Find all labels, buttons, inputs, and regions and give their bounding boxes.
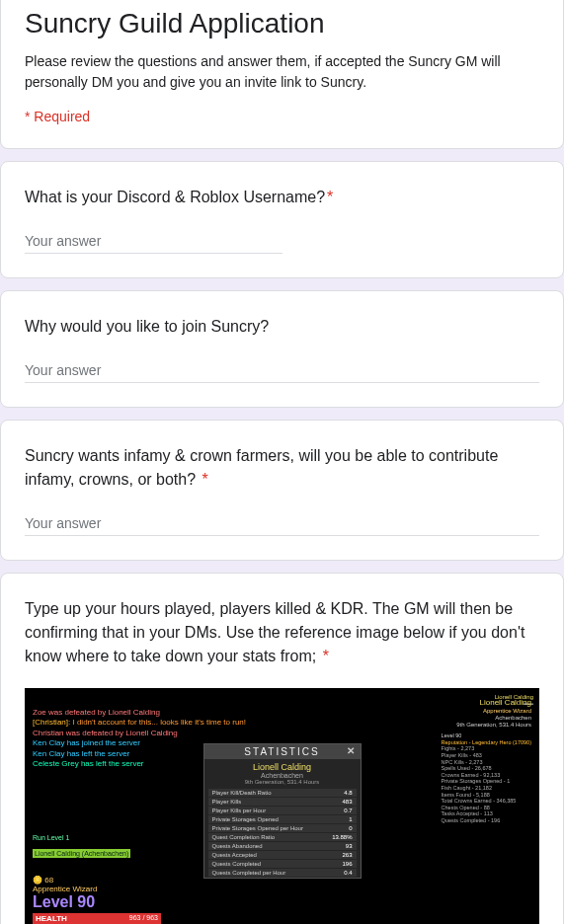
stat-row: Player Kill/Death Ratio4.8: [208, 789, 357, 797]
why-join-input[interactable]: [25, 358, 539, 383]
question-label: Type up your hours played, players kille…: [25, 600, 524, 664]
game-hud: Run Level 1 Lionell Calding (Achenbachen…: [33, 834, 161, 924]
discord-roblox-input[interactable]: [25, 229, 282, 254]
stat-row: Quests Accepted263: [208, 851, 357, 859]
statistics-panel: STATISTICS ✕ Lionell Calding Achenbachen…: [203, 743, 362, 879]
right-info-panel: Lionell Calding Apprentice Wizard Achenb…: [442, 698, 531, 823]
stats-header: STATISTICS ✕: [204, 744, 361, 759]
stat-row: Player Kills per Hour0.7: [208, 807, 357, 814]
question-text-3: Suncry wants infamy & crown farmers, wil…: [25, 444, 539, 492]
crowns-count: 🪙 68: [33, 876, 161, 885]
stat-row: Quests Completed per Hour0.4: [208, 869, 357, 877]
reference-image: Lionell Calding ▬▬ Zoe was defeated by L…: [25, 688, 539, 924]
stat-row: Quest Completion Ratio13.88%: [208, 833, 357, 841]
form-description: Please review the questions and answer t…: [25, 51, 539, 93]
close-icon: ✕: [347, 745, 357, 756]
question-text-1: What is your Discord & Roblox Username?*: [25, 186, 539, 209]
question-label: Why would you like to join Suncry?: [25, 318, 269, 335]
question-text-2: Why would you like to join Suncry?: [25, 315, 539, 339]
stat-row: Player Kills483: [208, 798, 357, 806]
form-title: Suncry Guild Application: [25, 8, 539, 39]
form-header-card: Suncry Guild Application Please review t…: [0, 0, 564, 149]
stat-row: Quests Abandoned93: [208, 842, 357, 850]
question-card-4: Type up your hours played, players kille…: [0, 573, 564, 924]
required-asterisk: *: [318, 648, 329, 664]
health-bar: HEALTH 963 / 963: [33, 913, 161, 924]
stat-row: Private Storages Opened per Hour0: [208, 824, 357, 832]
question-card-2: Why would you like to join Suncry?: [0, 290, 564, 408]
question-label: Suncry wants infamy & crown farmers, wil…: [25, 447, 498, 488]
contribute-input[interactable]: [25, 511, 539, 536]
level-label: Level 90: [33, 893, 161, 911]
required-asterisk: *: [327, 189, 333, 205]
run-level: Run Level 1: [33, 834, 161, 841]
question-label: What is your Discord & Roblox Username?: [25, 189, 325, 205]
name-bar: Lionell Calding (Achenbachen): [33, 849, 130, 858]
stats-player-sub: Achenbachen: [204, 772, 361, 779]
required-note: * Required: [25, 109, 539, 124]
required-asterisk: *: [198, 471, 208, 488]
stats-player-name: Lionell Calding: [204, 762, 361, 772]
stat-row: Quests Completed196: [208, 860, 357, 868]
class-label: Apprentice Wizard: [33, 885, 161, 893]
question-card-3: Suncry wants infamy & crown farmers, wil…: [0, 420, 564, 561]
question-text-4: Type up your hours played, players kille…: [25, 597, 539, 668]
question-card-1: What is your Discord & Roblox Username?*: [0, 161, 564, 278]
stats-player-gen: 9th Generation, 531.4 Hours: [204, 779, 361, 785]
stat-row: Private Storages Opened1: [208, 815, 357, 823]
